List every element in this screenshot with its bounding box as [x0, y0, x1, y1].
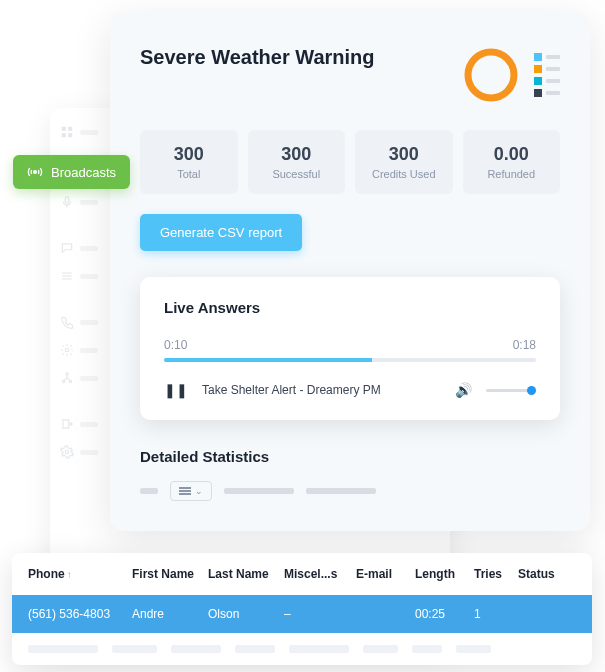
- cell-last-name: Olson: [208, 607, 280, 621]
- volume-slider[interactable]: [486, 389, 536, 392]
- sidebar-item[interactable]: [60, 241, 110, 255]
- svg-rect-0: [62, 127, 66, 131]
- sort-arrow-icon: ↑: [67, 569, 72, 580]
- sidebar-item[interactable]: [60, 195, 110, 209]
- sidebar-item[interactable]: [60, 269, 110, 283]
- list-icon: [60, 269, 74, 283]
- svg-point-9: [65, 348, 69, 352]
- cell-status: [518, 607, 566, 621]
- message-icon: [60, 241, 74, 255]
- svg-point-13: [65, 450, 69, 454]
- stat-refunded: 0.00Refunded: [463, 130, 561, 194]
- svg-rect-3: [68, 133, 72, 137]
- generate-csv-button[interactable]: Generate CSV report: [140, 214, 302, 251]
- svg-point-12: [69, 380, 71, 382]
- page-title: Severe Weather Warning: [140, 46, 375, 69]
- svg-point-11: [62, 380, 64, 382]
- phone-icon: [60, 315, 74, 329]
- gear-icon: [60, 445, 74, 459]
- stat-successful: 300Sucessful: [248, 130, 346, 194]
- col-status[interactable]: Status: [518, 567, 566, 581]
- filter-placeholder: [224, 488, 294, 494]
- cell-misc: –: [284, 607, 352, 621]
- tree-icon: [60, 371, 74, 385]
- main-card: Severe Weather Warning 300Total 300Suces…: [110, 12, 590, 531]
- sidebar-item[interactable]: [60, 417, 110, 431]
- col-email[interactable]: E-mail: [356, 567, 411, 581]
- playback-start-time: 0:10: [164, 338, 187, 352]
- stat-total: 300Total: [140, 130, 238, 194]
- sidebar-item[interactable]: [60, 371, 110, 385]
- stats-row: 300Total 300Sucessful 300Credits Used 0.…: [140, 130, 560, 194]
- filter-row: ⌄: [140, 481, 560, 501]
- volume-icon[interactable]: 🔊: [455, 382, 472, 398]
- view-dropdown[interactable]: ⌄: [170, 481, 212, 501]
- svg-rect-1: [68, 127, 72, 131]
- playback-progress[interactable]: [164, 358, 536, 362]
- stats-table: Phone↑ First Name Last Name Miscel...s E…: [12, 553, 592, 665]
- svg-point-15: [468, 52, 514, 98]
- mic-icon: [60, 195, 74, 209]
- filter-placeholder: [140, 488, 158, 494]
- detailed-stats-title: Detailed Statistics: [140, 448, 560, 465]
- col-misc[interactable]: Miscel...s: [284, 567, 352, 581]
- col-first-name[interactable]: First Name: [132, 567, 204, 581]
- dashboard-icon: [60, 125, 74, 139]
- table-header: Phone↑ First Name Last Name Miscel...s E…: [12, 553, 592, 595]
- svg-rect-5: [65, 197, 69, 203]
- svg-point-14: [34, 171, 37, 174]
- col-length[interactable]: Length: [415, 567, 470, 581]
- stat-credits: 300Credits Used: [355, 130, 453, 194]
- cell-phone: (561) 536-4803: [28, 607, 128, 621]
- sidebar-item[interactable]: [60, 315, 110, 329]
- live-answers-card: Live Answers 0:10 0:18 ❚❚ Take Shelter A…: [140, 277, 560, 420]
- pause-icon[interactable]: ❚❚: [164, 382, 188, 398]
- live-answers-title: Live Answers: [164, 299, 536, 316]
- col-last-name[interactable]: Last Name: [208, 567, 280, 581]
- sidebar-item[interactable]: [60, 343, 110, 357]
- cell-email: [356, 607, 411, 621]
- track-name: Take Shelter Alert - Dreamery PM: [202, 383, 441, 397]
- broadcasts-tag[interactable]: Broadcasts: [13, 155, 130, 189]
- chevron-down-icon: ⌄: [195, 486, 203, 496]
- settings-icon: [60, 343, 74, 357]
- donut-chart: [462, 46, 520, 104]
- playback-end-time: 0:18: [513, 338, 536, 352]
- ghost-row: [12, 633, 592, 665]
- sidebar-item[interactable]: [60, 445, 110, 459]
- col-tries[interactable]: Tries: [474, 567, 514, 581]
- filter-placeholder: [306, 488, 376, 494]
- broadcast-icon: [27, 164, 43, 180]
- sidebar-item[interactable]: [60, 125, 110, 139]
- chart-legend: [534, 53, 560, 97]
- svg-rect-2: [62, 133, 66, 137]
- export-icon: [60, 417, 74, 431]
- table-row[interactable]: (561) 536-4803 Andre Olson – 00:25 1: [12, 595, 592, 633]
- cell-tries: 1: [474, 607, 514, 621]
- cell-length: 00:25: [415, 607, 470, 621]
- broadcasts-label: Broadcasts: [51, 165, 116, 180]
- col-phone[interactable]: Phone↑: [28, 567, 128, 581]
- svg-point-10: [66, 373, 68, 375]
- cell-first-name: Andre: [132, 607, 204, 621]
